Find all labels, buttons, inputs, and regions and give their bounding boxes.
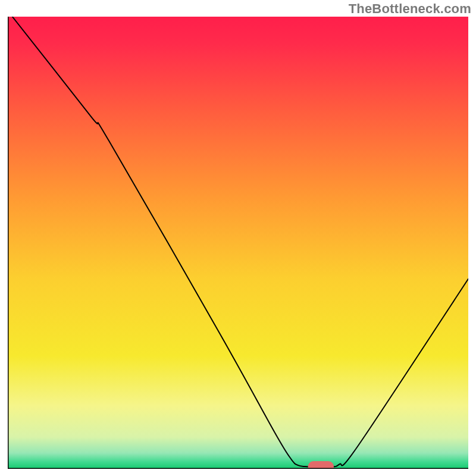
- optimal-marker: [308, 461, 334, 469]
- bottleneck-chart: [8, 17, 468, 469]
- chart-svg: [8, 17, 468, 469]
- chart-container: TheBottleneck.com: [0, 0, 476, 476]
- chart-background: [8, 17, 468, 469]
- watermark-text: TheBottleneck.com: [349, 1, 471, 17]
